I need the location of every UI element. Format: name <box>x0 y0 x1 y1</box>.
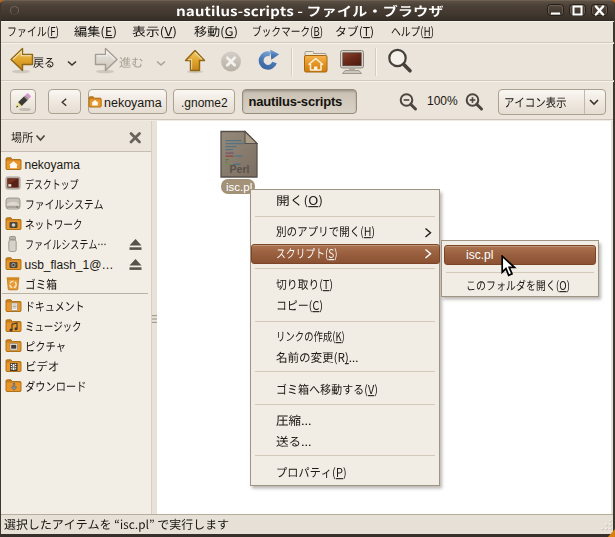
svg-text:Perl: Perl <box>230 163 250 175</box>
